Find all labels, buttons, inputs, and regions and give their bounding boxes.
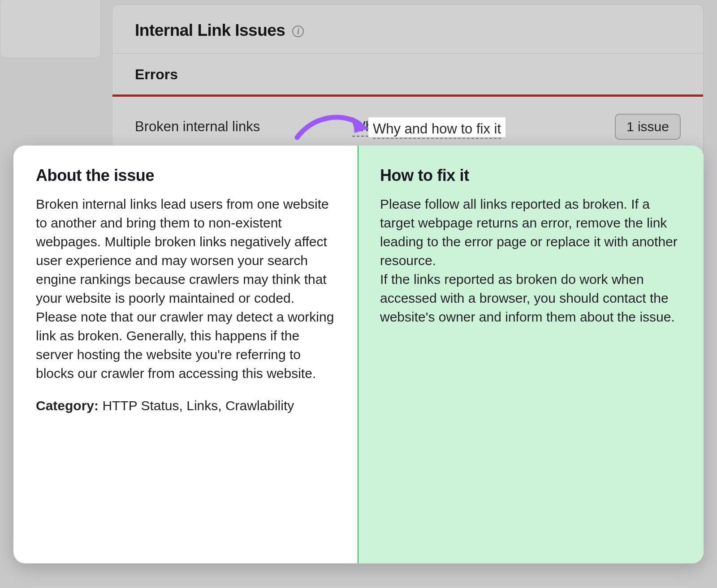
about-issue-title: About the issue [36,166,336,185]
category-label: Category: [36,398,99,413]
about-issue-pane: About the issue Broken internal links le… [13,146,358,563]
why-how-link-highlighted[interactable]: Why and how to fix it [373,121,501,139]
category-value: HTTP Status, Links, Crawlability [102,398,294,413]
how-to-fix-body-1: Please follow all links reported as brok… [380,195,681,270]
about-issue-body-2: Please note that our crawler may detect … [36,308,336,383]
how-to-fix-pane: How to fix it Please follow all links re… [358,146,704,563]
issue-detail-popup: About the issue Broken internal links le… [13,146,704,563]
category-line: Category: HTTP Status, Links, Crawlabili… [36,396,336,415]
why-how-link-highlight: Why and how to fix it [368,117,505,137]
about-issue-body-1: Broken internal links lead users from on… [36,195,336,308]
how-to-fix-body-2: If the links reported as broken do work … [380,270,681,326]
how-to-fix-title: How to fix it [380,166,681,185]
